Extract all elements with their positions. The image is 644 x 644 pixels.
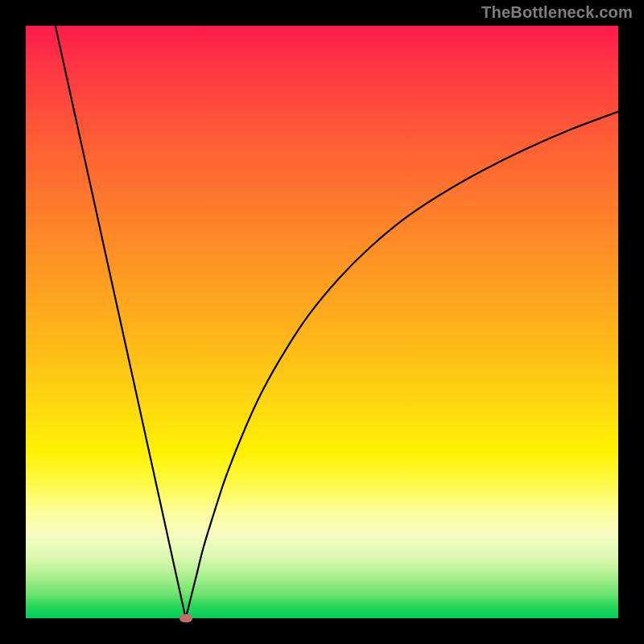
plot-area xyxy=(26,26,618,618)
watermark: TheBottleneck.com xyxy=(481,3,633,22)
bottleneck-curve xyxy=(26,26,618,618)
chart-frame: TheBottleneck.com xyxy=(0,0,644,644)
curve-path xyxy=(56,26,618,618)
vertex-marker xyxy=(180,614,192,622)
